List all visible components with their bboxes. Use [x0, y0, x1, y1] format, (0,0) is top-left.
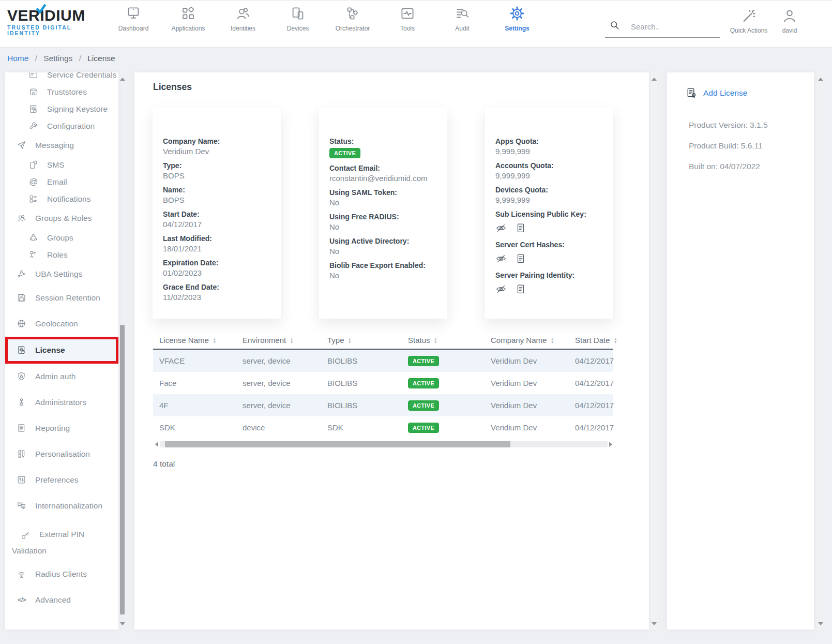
sidebar-item-label: Admin auth	[35, 372, 75, 381]
sidebar-item-license[interactable]: License	[5, 337, 118, 364]
search-input[interactable]	[630, 18, 717, 35]
table-horizontal-scrollbar[interactable]	[155, 441, 612, 448]
sidebar-item-personalisation[interactable]: Personalisation	[5, 441, 118, 467]
internationalization-icon: A	[17, 501, 27, 511]
field-label: Type:	[163, 161, 273, 171]
nav-item-label: Tools	[400, 25, 415, 32]
card-field: Company Name:Veridium Dev	[163, 137, 273, 157]
table-row-vface[interactable]: VFACEserver, deviceBIOLIBSACTIVEVeridium…	[153, 350, 613, 372]
reporting-icon	[17, 423, 27, 433]
scroll-up-icon[interactable]	[120, 78, 125, 81]
sidebar-item-reporting[interactable]: Reporting	[5, 415, 118, 441]
field-label: Using SAML Token:	[329, 188, 439, 198]
sidebar-item-signing-keystore[interactable]: Signing Keystore	[5, 100, 118, 117]
card-field: Apps Quota:9,999,999	[495, 137, 605, 157]
sidebar-item-admin-auth[interactable]: Admin auth	[5, 364, 118, 390]
sidebar-item-truststores[interactable]: Truststores	[5, 83, 118, 100]
sidebar-item-session-retention[interactable]: Session Retention	[5, 285, 118, 311]
sidebar-item-label: Reporting	[35, 424, 70, 433]
sidebar-item-preferences[interactable]: Preferences	[5, 467, 118, 493]
scroll-right-icon[interactable]	[609, 442, 612, 447]
field-label: Grace End Date:	[163, 282, 273, 292]
sidebar-item-groups[interactable]: Groups	[5, 229, 118, 246]
scroll-up-icon[interactable]	[652, 78, 657, 81]
sidebar-scrollbar[interactable]	[118, 72, 127, 630]
sidebar-item-uba-settings[interactable]: UBA Settings	[5, 263, 118, 285]
column-header-environment[interactable]: Environment▲▼	[236, 336, 321, 345]
notifications-icon	[28, 194, 39, 204]
nav-item-tools[interactable]: Tools	[380, 6, 435, 32]
roles-icon	[28, 250, 39, 260]
sidebar-item-advanced[interactable]: </>Advanced	[5, 587, 118, 613]
sms-icon	[28, 160, 39, 170]
scroll-up-icon[interactable]	[818, 78, 823, 81]
sort-icon: ▲▼	[213, 338, 216, 343]
sidebar-item-service-credentials[interactable]: Service Credentials	[5, 72, 118, 83]
sidebar-item-administrators[interactable]: Administrators	[5, 390, 118, 415]
sidebar-item-internationalization[interactable]: AInternationalization	[5, 493, 118, 519]
copy-note-icon[interactable]	[515, 283, 526, 295]
user-menu-button[interactable]: david	[774, 8, 806, 34]
nav-item-identities[interactable]: Identities	[216, 6, 270, 32]
copy-note-icon[interactable]	[515, 222, 526, 234]
license-detail-card: Status:ACTIVEContact Email:rconstantin@v…	[319, 108, 447, 319]
table-row-sdk[interactable]: SDKdeviceSDKACTIVEVeridium Dev04/12/2017	[153, 416, 613, 439]
nav-item-dashboard[interactable]: Dashboard	[106, 6, 161, 32]
breadcrumb-home[interactable]: Home	[7, 54, 28, 63]
column-header-license-name[interactable]: License Name▲▼	[153, 336, 236, 345]
nav-item-applications[interactable]: Applications	[161, 6, 216, 32]
column-header-company-name[interactable]: Company Name▲▼	[485, 336, 569, 345]
sidebar-item-roles[interactable]: Roles	[5, 246, 118, 263]
table-row-4f[interactable]: 4Fserver, deviceBIOLIBSACTIVEVeridium De…	[153, 394, 613, 416]
nav-item-audit[interactable]: Audit	[435, 6, 490, 32]
sidebar-item-label: Email	[47, 177, 67, 187]
eye-off-icon[interactable]	[495, 283, 507, 295]
status-badge: ACTIVE	[408, 400, 439, 411]
column-header-status[interactable]: Status▲▼	[402, 336, 485, 345]
field-label: Start Date:	[163, 209, 273, 219]
column-header-type[interactable]: Type▲▼	[321, 336, 402, 345]
quick-actions-button[interactable]: Quick Actions	[728, 8, 769, 34]
scrollbar-thumb[interactable]	[165, 441, 510, 447]
sidebar-item-label: Notifications	[47, 194, 90, 204]
nav-item-settings[interactable]: Settings	[490, 6, 544, 32]
field-value: 18/01/2021	[163, 244, 273, 254]
scroll-down-icon[interactable]	[120, 622, 125, 625]
sidebar-item-sms[interactable]: SMS	[5, 156, 118, 173]
field-label: Server Cert Hashes:	[495, 240, 605, 250]
column-header-label: Environment	[243, 336, 286, 345]
nav-item-label: Devices	[287, 25, 309, 32]
scrollbar-track[interactable]	[160, 441, 608, 447]
sidebar-item-configuration[interactable]: Configuration	[5, 117, 118, 134]
field-value: rconstantin@veridiumid.com	[329, 173, 439, 184]
copy-note-icon[interactable]	[515, 253, 526, 264]
sidebar-item-email[interactable]: @Email	[5, 173, 118, 190]
eye-off-icon[interactable]	[495, 222, 507, 234]
right-panel-scrollbar[interactable]	[817, 72, 824, 630]
veridium-logo[interactable]: VERIDIUM TRUSTED DIGITAL IDENTITY	[7, 7, 100, 36]
scroll-left-icon[interactable]	[155, 442, 158, 447]
scroll-down-icon[interactable]	[652, 622, 657, 625]
scroll-down-icon[interactable]	[818, 622, 823, 625]
card-field: Devices Quota:9,999,999	[495, 185, 605, 205]
sidebar-item-external-pin-validation[interactable]: External PIN Validation	[5, 519, 118, 561]
main-panel-scrollbar[interactable]	[651, 72, 658, 630]
add-license-button[interactable]: Add License	[686, 87, 747, 99]
column-header-label: Company Name	[491, 336, 547, 345]
sidebar-item-groups-roles[interactable]: Groups & Roles	[5, 207, 118, 229]
breadcrumb-settings[interactable]: Settings	[43, 54, 72, 63]
nav-item-orchestrator[interactable]: Orchestrator	[325, 6, 380, 32]
nav-item-devices[interactable]: Devices	[270, 6, 325, 32]
field-label: Sub Licensing Public Key:	[495, 209, 605, 219]
table-row-face[interactable]: Faceserver, deviceBIOLIBSACTIVEVeridium …	[153, 372, 613, 394]
column-header-start-date[interactable]: Start Date▲▼	[569, 336, 621, 345]
sidebar-item-messaging[interactable]: Messaging	[5, 134, 118, 156]
scrollbar-thumb[interactable]	[120, 325, 125, 615]
quick-actions-label: Quick Actions	[730, 27, 768, 34]
sidebar-item-geolocation[interactable]: Geolocation	[5, 311, 118, 337]
field-label: Apps Quota:	[495, 137, 605, 146]
sidebar-item-notifications[interactable]: Notifications	[5, 190, 118, 207]
product-info-line: Built on: 04/07/2022	[689, 156, 768, 177]
eye-off-icon[interactable]	[495, 253, 507, 264]
sidebar-item-radius-clients[interactable]: Radius Clients	[5, 561, 118, 587]
